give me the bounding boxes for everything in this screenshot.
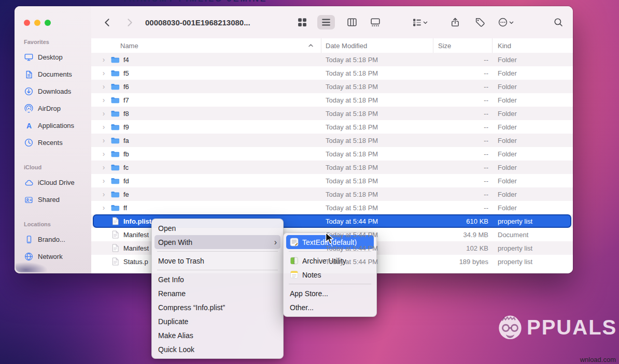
cell-size: 189 bytes <box>433 258 493 266</box>
file-name: f8 <box>123 110 129 118</box>
gallery-view-button[interactable] <box>367 15 384 30</box>
disclosure-chevron-icon[interactable]: › <box>101 204 107 211</box>
table-row-fc[interactable]: ›fcToday at 5:18 PM--Folder <box>91 161 573 174</box>
list-view-button[interactable] <box>317 15 335 30</box>
sidebar-section-icloud: iCloudiCloud DriveShared <box>20 163 86 208</box>
menu-item-label: Quick Look <box>158 345 194 354</box>
device-icon <box>24 235 34 244</box>
table-row-fb[interactable]: ›fbToday at 5:18 PM--Folder <box>91 147 573 161</box>
cell-kind: Folder <box>493 83 573 91</box>
search-button[interactable] <box>550 15 567 30</box>
sidebar: FavoritesDesktopDocumentsDownloadsAirDro… <box>15 6 92 273</box>
menu-item-app-store[interactable]: App Store... <box>286 286 374 300</box>
cell-date-modified: Today at 5:18 PM <box>321 96 433 104</box>
menu-item-label: Rename <box>158 289 186 298</box>
sidebar-item-applications[interactable]: AApplications <box>20 117 86 134</box>
chevron-down-icon <box>509 21 514 24</box>
column-label: Kind <box>498 42 511 50</box>
chevron-left-icon <box>103 18 112 27</box>
table-row-fe[interactable]: ›feToday at 5:18 PM--Folder <box>91 187 573 201</box>
table-row-f5[interactable]: ›f5Today at 5:18 PM--Folder <box>91 66 573 80</box>
file-name: f9 <box>123 123 129 131</box>
group-button[interactable] <box>407 15 432 30</box>
actions-button[interactable] <box>494 15 518 30</box>
back-button[interactable] <box>99 15 116 30</box>
menu-item-notes[interactable]: Notes <box>286 268 374 282</box>
forward-button[interactable] <box>120 15 138 30</box>
cell-kind: Folder <box>493 191 573 198</box>
sidebar-item-shared[interactable]: Shared <box>20 191 86 208</box>
menu-separator <box>157 270 278 270</box>
cell-kind: property list <box>493 217 573 225</box>
disclosure-chevron-icon[interactable]: › <box>101 83 107 90</box>
disclosure-chevron-icon[interactable]: › <box>101 96 107 104</box>
cell-name: Manifest <box>91 230 321 239</box>
menu-item-make-alias[interactable]: Make Alias <box>154 328 280 342</box>
table-row-f4[interactable]: ›f4Today at 5:18 PM--Folder <box>91 53 573 66</box>
disclosure-chevron-icon[interactable]: › <box>101 123 107 130</box>
file-name: ff <box>123 204 127 212</box>
finder-window: FavoritesDesktopDocumentsDownloadsAirDro… <box>15 6 573 273</box>
close-button[interactable] <box>24 20 30 26</box>
cell-name: ›f6 <box>91 83 321 91</box>
sidebar-section-title: Favorites <box>20 37 86 49</box>
shared-icon <box>24 195 34 204</box>
icon-view-button[interactable] <box>293 15 311 30</box>
column-header-name[interactable]: Name <box>91 38 321 53</box>
sidebar-item-recents[interactable]: Recents <box>20 134 86 151</box>
cell-kind: property list <box>493 258 573 266</box>
sidebar-item-brando[interactable]: Brando... <box>20 231 86 248</box>
cell-name: Status.p <box>91 257 321 266</box>
minimize-button[interactable] <box>34 20 40 26</box>
zoom-button[interactable] <box>45 20 51 26</box>
menu-item-compress-info-plist[interactable]: Compress “Info.plist” <box>154 300 280 314</box>
desktop-background: TRINIUMY PIMLILO JEMINE FavoritesDesktop… <box>0 0 619 364</box>
chevron-down-icon <box>423 21 428 24</box>
sidebar-item-documents[interactable]: Documents <box>20 66 86 83</box>
share-button[interactable] <box>446 15 464 30</box>
menu-item-get-info[interactable]: Get Info <box>154 272 280 286</box>
table-row-f8[interactable]: ›f8Today at 5:18 PM--Folder <box>91 107 573 120</box>
sidebar-item-desktop[interactable]: Desktop <box>20 49 86 66</box>
sidebar-item-icloud-drive[interactable]: iCloud Drive <box>20 174 86 191</box>
disclosure-chevron-icon[interactable]: › <box>101 69 107 77</box>
table-row-fa[interactable]: ›faToday at 5:18 PM--Folder <box>91 134 573 147</box>
column-header-date-modified[interactable]: Date Modified <box>321 38 433 53</box>
file-name: f5 <box>123 69 129 77</box>
menu-item-other[interactable]: Other... <box>286 300 374 314</box>
menu-item-rename[interactable]: Rename <box>154 286 280 300</box>
cell-date-modified: Today at 5:18 PM <box>321 177 433 185</box>
sidebar-item-network[interactable]: Network <box>20 248 86 265</box>
menu-item-quick-look[interactable]: Quick Look <box>154 342 280 356</box>
file-name: Manifest <box>123 244 149 252</box>
documents-icon <box>24 70 34 79</box>
disclosure-chevron-icon[interactable]: › <box>101 56 107 63</box>
file-name: fb <box>123 150 129 158</box>
disclosure-chevron-icon[interactable]: › <box>101 150 107 157</box>
tags-button[interactable] <box>471 15 489 30</box>
cell-size: -- <box>433 137 493 144</box>
sidebar-item-downloads[interactable]: Downloads <box>20 83 86 100</box>
sidebar-section-title: iCloud <box>20 163 86 174</box>
cell-size: -- <box>433 96 493 104</box>
column-header-kind[interactable]: Kind <box>493 38 573 53</box>
table-row-f6[interactable]: ›f6Today at 5:18 PM--Folder <box>91 80 573 93</box>
folder-icon <box>110 56 120 63</box>
disclosure-chevron-icon[interactable]: › <box>101 164 107 171</box>
cell-date-modified: Today at 5:18 PM <box>321 204 433 212</box>
disclosure-chevron-icon[interactable]: › <box>101 110 107 117</box>
file-name: fd <box>123 177 129 185</box>
sidebar-item-airdrop[interactable]: AirDrop <box>20 100 86 117</box>
table-row-f7[interactable]: ›f7Today at 5:18 PM--Folder <box>91 93 573 107</box>
table-row-fd[interactable]: ›fdToday at 5:18 PM--Folder <box>91 174 573 187</box>
cell-size: -- <box>433 191 493 198</box>
sidebar-section-title: Locations <box>20 220 86 231</box>
column-header-size[interactable]: Size <box>433 38 493 53</box>
disclosure-chevron-icon[interactable]: › <box>101 191 107 198</box>
menu-item-duplicate[interactable]: Duplicate <box>154 314 280 328</box>
column-view-button[interactable] <box>343 15 361 30</box>
table-row-ff[interactable]: ›ffToday at 5:18 PM--Folder <box>91 201 573 214</box>
table-row-f9[interactable]: ›f9Today at 5:18 PM--Folder <box>91 120 573 134</box>
disclosure-chevron-icon[interactable]: › <box>101 177 107 184</box>
disclosure-chevron-icon[interactable]: › <box>101 137 107 144</box>
